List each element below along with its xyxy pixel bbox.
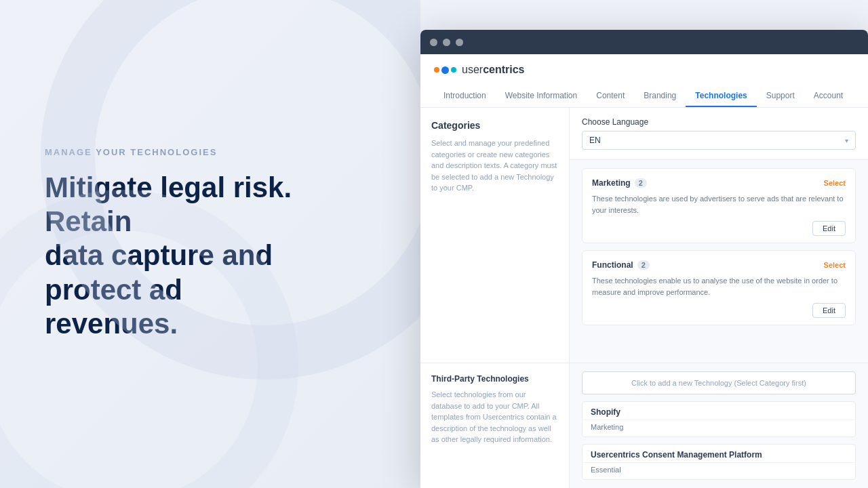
tech-item-shopify: Shopify Marketing (582, 401, 856, 437)
main-content: Categories Select and manage your predef… (420, 108, 868, 363)
functional-count: 2 (637, 260, 650, 270)
marketing-select-button[interactable]: Select (824, 179, 846, 187)
categories-description: Select and manage your predefined catego… (431, 138, 558, 194)
app-header: usercentrics Introduction Website Inform… (420, 54, 868, 108)
manage-label: MANAGE YOUR TECHNOLOGIES (45, 147, 376, 157)
language-select-arrow-icon: ▾ (845, 137, 848, 144)
browser-window: usercentrics Introduction Website Inform… (420, 30, 868, 488)
right-column: Choose Language EN ▾ Marketing (570, 108, 868, 363)
categories-list: Marketing 2 Select These technologies ar… (570, 160, 868, 363)
functional-edit-button[interactable]: Edit (812, 303, 846, 318)
tab-branding[interactable]: Branding (634, 85, 686, 107)
third-party-column: Third-Party Technologies Select technolo… (420, 363, 570, 488)
category-card-functional: Functional 2 Select These technologies e… (582, 250, 856, 325)
headline-line2: data capture and protect ad (45, 239, 273, 305)
bottom-section: Third-Party Technologies Select technolo… (420, 363, 868, 488)
right-panel: usercentrics Introduction Website Inform… (420, 0, 868, 488)
tab-technologies[interactable]: Technologies (686, 85, 756, 107)
headline-line1: Mitigate legal risk. Retain (45, 171, 292, 237)
tab-support[interactable]: Support (757, 85, 804, 107)
browser-dot-3 (456, 39, 463, 46)
marketing-card-header: Marketing 2 Select (592, 178, 846, 188)
language-label: Choose Language (582, 117, 856, 127)
browser-dot-1 (430, 39, 437, 46)
third-party-description: Select technologies from our database to… (431, 389, 558, 445)
language-select[interactable]: EN ▾ (582, 131, 856, 150)
headline: Mitigate legal risk. Retain data capture… (45, 171, 376, 342)
shopify-category: Marketing (583, 420, 855, 436)
marketing-name: Marketing 2 (592, 178, 647, 188)
logo-dots (434, 66, 456, 74)
headline-line3: revenues. (45, 308, 178, 340)
browser-content: usercentrics Introduction Website Inform… (420, 54, 868, 488)
nav-tabs: Introduction Website Information Content… (434, 85, 854, 107)
logo-dot-blue (441, 66, 449, 74)
tab-content[interactable]: Content (587, 85, 634, 107)
functional-select-button[interactable]: Select (824, 261, 846, 269)
logo-normal: user (462, 64, 483, 75)
logo-bold: centrics (483, 64, 524, 75)
tech-item-usercentrics: Usercentrics Consent Management Platform… (582, 444, 856, 480)
logo-dot-orange (434, 67, 439, 73)
language-section: Choose Language EN ▾ (570, 108, 868, 160)
tab-account[interactable]: Account (804, 85, 852, 107)
left-panel: MANAGE YOUR TECHNOLOGIES Mitigate legal … (0, 0, 420, 488)
tab-introduction[interactable]: Introduction (434, 85, 496, 107)
marketing-edit-button[interactable]: Edit (812, 221, 846, 236)
usercentrics-category: Essential (583, 462, 855, 479)
browser-dot-2 (443, 39, 450, 46)
categories-title: Categories (431, 120, 558, 131)
language-value: EN (589, 136, 601, 145)
add-tech-column: Click to add a new Technology (Select Ca… (570, 363, 868, 488)
tab-website-information[interactable]: Website Information (496, 85, 587, 107)
shopify-name: Shopify (583, 402, 855, 420)
third-party-title: Third-Party Technologies (431, 374, 558, 384)
functional-description: These technologies enable us to analyse … (592, 275, 846, 298)
marketing-count: 2 (635, 178, 647, 188)
app-logo: usercentrics (434, 64, 854, 76)
logo-dot-teal (451, 67, 456, 73)
categories-column: Categories Select and manage your predef… (420, 108, 570, 363)
add-technology-button[interactable]: Click to add a new Technology (Select Ca… (582, 371, 856, 394)
marketing-description: These technologies are used by advertise… (592, 193, 846, 216)
category-card-marketing: Marketing 2 Select These technologies ar… (582, 168, 856, 243)
logo-text: usercentrics (462, 64, 525, 76)
functional-card-header: Functional 2 Select (592, 260, 846, 270)
functional-name: Functional 2 (592, 260, 650, 270)
browser-titlebar (420, 30, 868, 54)
usercentrics-name: Usercentrics Consent Management Platform (583, 445, 855, 462)
